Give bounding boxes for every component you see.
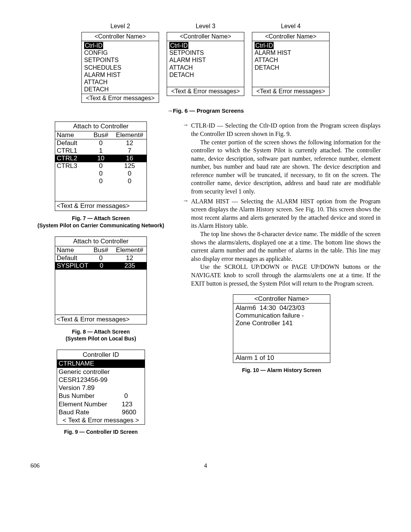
table-row[interactable]: 0 0 [55, 177, 147, 185]
para3: Use the SCROLL UP/DOWN or PAGE UP/DOWN b… [191, 263, 381, 288]
fig10-caption: Fig. 10 — Alarm History Screen [183, 367, 381, 374]
level2-box: <Controller Name> Ctrl-ID CONFIG SETPOIN… [81, 32, 159, 103]
table-row-selected[interactable]: CTRL2 10 16 [55, 155, 147, 162]
ctrlid-line: Generic controller [59, 368, 143, 376]
para1: The center portion of the screen shows t… [191, 138, 381, 196]
fig8-box: Attach to Controller Name Bus# Element# … [55, 236, 147, 324]
fig9-ctrlname[interactable]: CTRLNAME [57, 359, 145, 367]
menu-item-config[interactable]: CONFIG [84, 49, 156, 56]
ctrlid-row: Element Number123 [57, 400, 145, 408]
fig7-header-row: Name Bus# Element# [55, 131, 147, 139]
fig8-header-row: Name Bus# Element# [55, 246, 147, 254]
menu-item-ctrlid[interactable]: Ctrl-ID [169, 42, 188, 49]
level4-label: Level 4 [252, 23, 330, 30]
level4-column: Level 4 <Controller Name> Ctrl-ID ALARM … [252, 23, 330, 103]
alarm-line: Communication failure - [236, 312, 328, 320]
level4-box: <Controller Name> Ctrl-ID ALARM HIST ATT… [252, 32, 330, 96]
fig9-title: Controller ID [57, 350, 145, 359]
fig8-caption: Fig. 8 — Attach Screen (System Pilot on … [30, 328, 171, 342]
fig7-box: Attach to Controller Name Bus# Element# … [55, 121, 147, 211]
level2-column: Level 2 <Controller Name> Ctrl-ID CONFIG… [81, 23, 159, 103]
level4-header: <Controller Name> [252, 32, 329, 41]
menu-item-alarmhist[interactable]: ALARM HIST [84, 71, 156, 78]
level3-footer: <Text & Error messages> [167, 87, 244, 96]
fig9-footer: < Text & Error messages > [57, 416, 145, 424]
level4-footer: <Text & Error messages> [252, 87, 329, 96]
col-name: Name [55, 131, 89, 139]
col-bus: Bus# [89, 131, 113, 139]
menu-item-alarmhist[interactable]: ALARM HIST [255, 49, 327, 56]
fig10-box: <Controller Name> Alarm6 14:30 04/23/03 … [233, 294, 330, 363]
menu-item-ctrlid[interactable]: Ctrl-ID [84, 42, 103, 49]
arrow-icon: → [183, 121, 189, 195]
fig6-caption: →Fig. 6 — Program Screens [30, 107, 381, 114]
fig7-title: Attach to Controller [55, 122, 147, 131]
table-row[interactable]: Default 0 12 [55, 254, 147, 262]
menu-item-detach[interactable]: DETACH [169, 71, 242, 78]
fig9-box: Controller ID CTRLNAME Generic controlle… [57, 350, 145, 425]
level3-column: Level 3 <Controller Name> Ctrl-ID SETPOI… [167, 23, 244, 103]
ctlrid-bullet: CTLR-ID — Selecting the Ctlr-ID option f… [191, 122, 381, 137]
menu-item-schedules[interactable]: SCHEDULES [84, 64, 156, 71]
fig7-footer: <Text & Error messages> [55, 201, 147, 211]
level3-header: <Controller Name> [167, 32, 244, 41]
level2-footer: <Text & Error messages> [82, 94, 159, 102]
page-footer-center: 4 [204, 462, 207, 469]
menu-item-setpoints[interactable]: SETPOINTS [169, 49, 242, 56]
fig8-title: Attach to Controller [55, 237, 147, 246]
fig8-footer: <Text & Error messages> [55, 315, 147, 324]
col-elem: Element# [113, 131, 147, 139]
ctrlid-row: Bus Number0 [57, 392, 145, 400]
fig10-header: <Controller Name> [233, 295, 330, 304]
menu-item-detach[interactable]: DETACH [84, 86, 156, 93]
menu-item-alarmhist[interactable]: ALARM HIST [169, 56, 242, 64]
table-row-selected[interactable]: SYSPILOT 0 235 [55, 262, 147, 270]
menu-item-attach[interactable]: ATTACH [84, 78, 156, 86]
table-row[interactable]: CTRL3 0 125 [55, 162, 147, 170]
level2-header: <Controller Name> [82, 32, 159, 41]
alarm-line: Zone Controller 141 [236, 320, 328, 327]
level3-label: Level 3 [167, 23, 244, 30]
menu-item-attach[interactable]: ATTACH [255, 56, 327, 64]
level2-label: Level 2 [81, 23, 159, 30]
ctrlid-line: Version 7.89 [59, 384, 143, 392]
alarm-line: Alarm6 14:30 04/23/03 [236, 304, 328, 312]
menu-item-attach[interactable]: ATTACH [169, 64, 242, 71]
arrow-icon: → [183, 197, 189, 288]
table-row[interactable]: 0 0 [55, 170, 147, 177]
page-footer-left: 606 [30, 462, 40, 469]
table-row[interactable]: Default 0 12 [55, 139, 147, 147]
fig10-footer: Alarm 1 of 10 [233, 353, 330, 363]
menu-item-setpoints[interactable]: SETPOINTS [84, 56, 156, 64]
menu-item-ctrlid[interactable]: Ctrl-ID [255, 42, 274, 49]
ctrlid-row: Baud Rate9600 [57, 408, 145, 416]
para2: The top line shows the 8-character devic… [191, 230, 381, 263]
fig7-caption: Fig. 7 — Attach Screen (System Pilot on … [30, 215, 171, 228]
table-row[interactable]: CTRL1 1 7 [55, 147, 147, 155]
menu-item-detach[interactable]: DETACH [255, 64, 327, 71]
ctrlid-line: CESR123456-99 [59, 376, 143, 384]
fig9-caption: Fig. 9 — Controller ID Screen [30, 428, 171, 435]
alarmhist-bullet: ALARM HIST — Selecting the ALARM HIST op… [191, 198, 381, 229]
level3-box: <Controller Name> Ctrl-ID SETPOINTS ALAR… [167, 32, 244, 96]
